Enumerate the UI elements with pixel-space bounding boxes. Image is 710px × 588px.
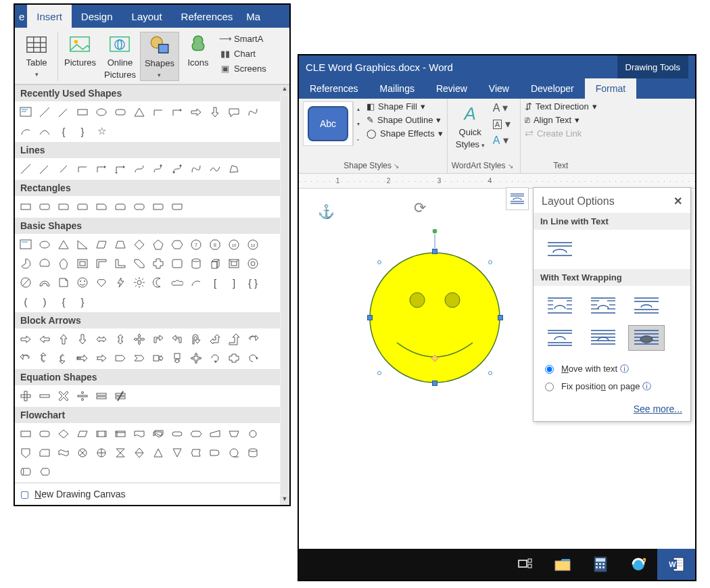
taskview-button[interactable] — [506, 549, 544, 580]
smiley-shape[interactable] — [346, 229, 523, 386]
fc-alt[interactable] — [37, 426, 53, 442]
arrow-curved-d[interactable] — [55, 350, 72, 366]
chart-button[interactable]: ▮▮Chart — [220, 48, 266, 59]
online-pictures-button[interactable]: Online Pictures — [100, 32, 140, 81]
shape-line2[interactable] — [18, 161, 34, 177]
shape-fill-button[interactable]: ◧Shape Fill▾ — [366, 101, 443, 112]
shape-rect3[interactable] — [55, 199, 72, 215]
ruler[interactable]: 1 2 3 4 — [299, 174, 695, 189]
pictures-button[interactable]: Pictures — [60, 32, 100, 81]
arrow-bent1[interactable] — [150, 331, 166, 347]
shape-textbox[interactable] — [18, 104, 34, 120]
shape-cross[interactable] — [150, 255, 166, 272]
tab-format[interactable]: Format — [585, 78, 636, 99]
shape-trapezoid[interactable] — [112, 237, 128, 253]
arrow-uturn1[interactable] — [188, 331, 204, 347]
word-app-button[interactable]: W — [657, 549, 695, 580]
text-fill-button[interactable]: A ▾ — [493, 101, 511, 114]
shape-moon[interactable] — [150, 274, 166, 291]
arrow-misc1[interactable] — [226, 350, 242, 366]
arrow-lr[interactable] — [93, 331, 110, 347]
text-effects-button[interactable]: A ▾ — [493, 134, 511, 147]
fc-seq[interactable] — [226, 445, 242, 461]
shape-scribble[interactable] — [207, 161, 223, 177]
arrow-down[interactable] — [74, 331, 91, 347]
arrow-callout-r[interactable] — [150, 350, 166, 366]
fc-predef[interactable] — [93, 426, 110, 442]
wrap-topbottom[interactable] — [542, 325, 578, 351]
shape-smiley[interactable] — [74, 274, 91, 291]
fc-junction[interactable] — [74, 445, 91, 461]
fc-doc[interactable] — [131, 426, 147, 442]
shape-line-arrow2[interactable] — [37, 161, 53, 177]
anchor-icon[interactable]: ⚓ — [318, 203, 335, 220]
launch-icon[interactable]: ↘ — [394, 162, 402, 170]
shape-curved-double[interactable] — [169, 161, 185, 177]
wrap-infront[interactable] — [628, 325, 665, 351]
shape-brace-left[interactable]: { — [55, 123, 72, 139]
shape-block-arc[interactable] — [37, 274, 53, 291]
arrow-curved-u[interactable] — [37, 350, 53, 366]
shape-rect9[interactable] — [169, 199, 185, 215]
arrow-curved-r[interactable] — [245, 331, 261, 347]
shape-parallelogram[interactable] — [93, 237, 110, 253]
shape-paren-left[interactable]: ( — [18, 293, 34, 310]
shape-paren-right[interactable]: ) — [37, 293, 53, 310]
shape-rect6[interactable] — [112, 199, 128, 215]
shape-decagon[interactable]: 10 — [226, 237, 242, 253]
shape-effects-button[interactable]: ◯Shape Effects▾ — [366, 128, 443, 139]
shape-line-arrow[interactable] — [55, 104, 72, 120]
arrow-striped[interactable] — [74, 350, 91, 366]
shape-rect1[interactable] — [18, 199, 34, 215]
fc-manual-in[interactable] — [207, 426, 223, 442]
screenshot-button[interactable]: ▣Screens — [220, 63, 266, 74]
shape-brace-right[interactable]: } — [74, 123, 91, 139]
style-gallery-more[interactable]: ▴▾⌄ — [353, 101, 362, 146]
shape-tri-iso[interactable] — [55, 237, 72, 253]
shape-curved-conn[interactable] — [131, 161, 147, 177]
radio-fix-input[interactable] — [545, 383, 554, 391]
fc-tape[interactable] — [55, 445, 72, 461]
eq-plus[interactable] — [18, 388, 34, 404]
shape-elbow2[interactable] — [74, 161, 91, 177]
arrow-ud[interactable] — [112, 331, 128, 347]
file-explorer-button[interactable] — [544, 549, 582, 580]
shape-oval2[interactable] — [37, 237, 53, 253]
shape-oval[interactable] — [93, 104, 110, 120]
shape-diamond[interactable] — [131, 237, 147, 253]
shape-bevel[interactable] — [226, 255, 242, 272]
shape-textbox2[interactable] — [18, 237, 34, 253]
icons-button[interactable]: Icons — [179, 32, 217, 81]
tab-design[interactable]: Design — [72, 5, 122, 28]
fc-delay[interactable] — [207, 445, 223, 461]
shape-l[interactable] — [112, 255, 128, 272]
fc-process[interactable] — [18, 426, 34, 442]
fc-extract[interactable] — [150, 445, 166, 461]
shape-sun[interactable] — [131, 274, 147, 291]
arrow-circ[interactable] — [207, 350, 223, 366]
arrow-pent[interactable] — [112, 350, 128, 366]
tab-mailings[interactable]: Mailings — [369, 78, 425, 99]
shape-freeform[interactable] — [245, 104, 261, 120]
shape-rect8[interactable] — [150, 199, 166, 215]
shape-line[interactable] — [37, 104, 53, 120]
shape-rect4[interactable] — [74, 199, 91, 215]
shape-pie[interactable] — [18, 255, 34, 272]
shape-elbow-arrow2[interactable] — [93, 161, 110, 177]
shape-freeform2[interactable] — [188, 161, 204, 177]
tab-view[interactable]: View — [478, 78, 520, 99]
shape-rect7[interactable] — [131, 199, 147, 215]
eq-equals[interactable] — [93, 388, 110, 404]
shape-brace-pair[interactable]: { } — [245, 274, 261, 291]
eq-multiply[interactable] — [55, 388, 72, 404]
fc-or[interactable] — [93, 445, 110, 461]
shape-donut[interactable] — [245, 255, 261, 272]
scroll-down-icon[interactable]: ▼ — [280, 495, 289, 505]
shape-tear[interactable] — [55, 255, 72, 272]
shape-hexagon[interactable] — [169, 237, 185, 253]
tab-developer[interactable]: Developer — [520, 78, 585, 99]
shape-curve[interactable] — [37, 123, 53, 139]
shape-heptagon[interactable]: 7 — [188, 237, 204, 253]
document-area[interactable]: ⚓ ⟳ — [299, 189, 695, 486]
shape-star[interactable]: ☆ — [93, 123, 110, 139]
